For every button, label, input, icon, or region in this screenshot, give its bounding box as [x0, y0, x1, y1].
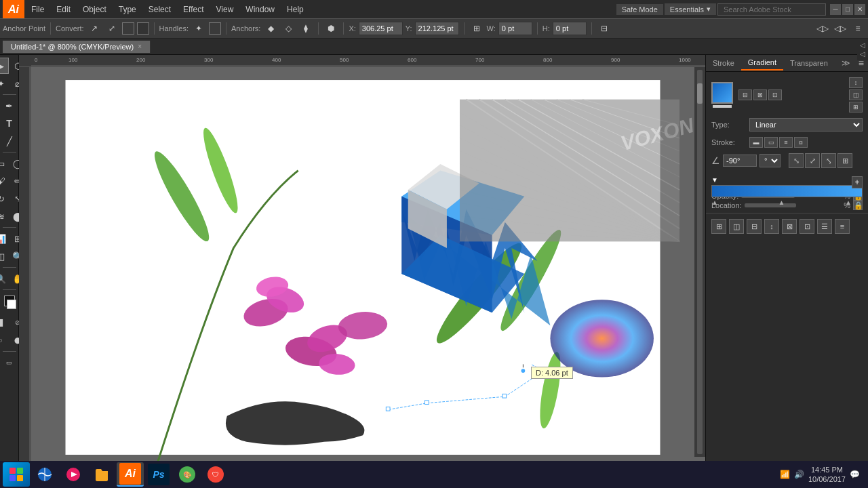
- gradient-end-button[interactable]: +: [852, 176, 863, 188]
- type-tool[interactable]: T: [1, 115, 18, 131]
- panel-collapse-1[interactable]: ◁: [859, 41, 867, 49]
- gradient-more[interactable]: ⊞: [849, 102, 863, 113]
- gradient-fill-swatch[interactable]: [711, 82, 733, 104]
- transform-btn-3[interactable]: ⤣: [821, 153, 836, 168]
- gradient-tool[interactable]: ◫: [0, 248, 9, 264]
- rotate-tool[interactable]: ↻: [0, 190, 9, 207]
- warp-tool[interactable]: ≋: [0, 208, 9, 224]
- rectangle-tool[interactable]: ▭: [0, 155, 9, 171]
- anchors-tool-3[interactable]: ⧫: [298, 21, 313, 36]
- selection-tool[interactable]: ▶: [0, 58, 9, 74]
- document-tab[interactable]: Untitled-1* @ 800% (CMYK/Preview) ×: [3, 41, 151, 53]
- taskbar-color[interactable]: 🎨: [174, 462, 201, 487]
- fill-color[interactable]: █: [0, 314, 9, 331]
- menu-select[interactable]: Select: [143, 3, 176, 16]
- transform-btn-2[interactable]: ⤢: [805, 153, 820, 168]
- type-select[interactable]: Linear Radial: [749, 118, 863, 131]
- convert-tool-1[interactable]: ↗: [87, 21, 102, 36]
- vertical-scrollbar[interactable]: [694, 67, 705, 457]
- bottom-stop-right[interactable]: ▲: [845, 199, 852, 206]
- anchors-tool-2[interactable]: ◇: [281, 21, 296, 36]
- y-input[interactable]: [415, 22, 459, 35]
- bottom-tool-1[interactable]: ⊞: [711, 219, 726, 234]
- start-button[interactable]: [3, 462, 30, 487]
- ps-icon: Ps: [148, 464, 170, 485]
- panel-collapse-2[interactable]: ◁: [859, 50, 867, 58]
- stroke-row: Stroke: ▬ ▭ ≡ ⧈: [711, 137, 863, 148]
- menu-effect[interactable]: Effect: [178, 3, 209, 16]
- menu-file[interactable]: File: [26, 3, 50, 16]
- taskbar-security[interactable]: 🛡: [202, 462, 229, 487]
- stroke-fill-2[interactable]: ▭: [764, 137, 778, 148]
- menu-help[interactable]: Help: [281, 3, 309, 16]
- panel-toggle-right[interactable]: ◁▷: [833, 21, 848, 36]
- restore-button[interactable]: □: [842, 4, 853, 15]
- transform-btn-1[interactable]: ⤡: [789, 153, 804, 168]
- x-input[interactable]: [359, 22, 403, 35]
- bottom-tool-4[interactable]: ↕: [764, 219, 779, 234]
- transparency-tab[interactable]: Transparen: [783, 56, 835, 70]
- stroke-fill-4[interactable]: ⧈: [794, 137, 808, 148]
- panel-menu[interactable]: ≡: [850, 21, 865, 36]
- anchors-tool-1[interactable]: ◆: [263, 21, 278, 36]
- transform-btn-4[interactable]: ⊞: [837, 153, 852, 168]
- pen-tool[interactable]: ✒: [1, 98, 18, 114]
- taskbar-illustrator[interactable]: Ai: [117, 462, 144, 487]
- handles-tool-1[interactable]: ✦: [191, 21, 206, 36]
- taskbar-media[interactable]: [60, 462, 87, 487]
- taskbar-files[interactable]: [88, 462, 115, 487]
- align-tool[interactable]: ⊞: [469, 21, 484, 36]
- bottom-tool-6[interactable]: ⊡: [800, 219, 814, 234]
- search-input[interactable]: [717, 3, 826, 16]
- scroll-thumb-v[interactable]: [697, 83, 703, 104]
- artboard-tool[interactable]: ▭: [1, 354, 18, 371]
- line-tool[interactable]: ╱: [1, 133, 18, 149]
- bottom-tool-5[interactable]: ⊠: [782, 219, 797, 234]
- stroke-align-inside[interactable]: ⊟: [738, 89, 752, 100]
- convert-tool-2[interactable]: ⤢: [104, 21, 119, 36]
- tab-close-button[interactable]: ×: [138, 43, 142, 50]
- expand-icon[interactable]: ≫: [837, 56, 854, 70]
- bottom-stop-left[interactable]: ▲: [711, 199, 718, 206]
- angle-input[interactable]: [723, 155, 757, 167]
- stroke-fill-1[interactable]: ▬: [749, 137, 763, 148]
- bottom-tool-3[interactable]: ⊟: [747, 219, 762, 234]
- bottom-tool-7[interactable]: ☰: [817, 219, 832, 234]
- menu-view[interactable]: View: [211, 3, 239, 16]
- angle-dropdown[interactable]: °: [760, 154, 781, 167]
- taskbar-photoshop[interactable]: Ps: [145, 462, 172, 487]
- background-color[interactable]: [7, 300, 16, 309]
- bottom-tool-8[interactable]: ≡: [835, 219, 850, 234]
- bottom-tool-2[interactable]: ◫: [729, 219, 744, 234]
- canvas-area[interactable]: 0 100 200 300 400 500 600 700 800 900 10…: [19, 55, 705, 468]
- h-input[interactable]: [553, 22, 587, 35]
- gradient-edit[interactable]: ◫: [849, 89, 863, 100]
- bottom-stop-center[interactable]: ▲: [778, 199, 785, 206]
- notification-icon[interactable]: 💬: [850, 470, 860, 479]
- canvas-svg[interactable]: VOXON: [31, 67, 694, 468]
- minimize-button[interactable]: ─: [830, 4, 841, 15]
- column-graph-tool[interactable]: 📊: [0, 230, 9, 247]
- essentials-button[interactable]: Essentials ▾: [665, 3, 716, 15]
- stroke-tab[interactable]: Stroke: [706, 56, 741, 70]
- gradient-tab[interactable]: Gradient: [741, 56, 783, 70]
- paintbrush-tool[interactable]: 🖌: [0, 173, 9, 189]
- menu-edit[interactable]: Edit: [51, 3, 76, 16]
- menu-object[interactable]: Object: [77, 3, 112, 16]
- stroke-align-outside[interactable]: ⊡: [768, 89, 782, 100]
- gradient-bar[interactable]: [711, 185, 863, 197]
- normal-mode[interactable]: ○: [0, 332, 9, 348]
- magic-wand-tool[interactable]: ✦: [0, 75, 9, 92]
- transform-tool[interactable]: ⬢: [323, 21, 338, 36]
- panel-toggle-left[interactable]: ◁▷: [815, 21, 830, 36]
- zoom-tool[interactable]: 🔍: [0, 270, 9, 287]
- menu-window[interactable]: Window: [240, 3, 280, 16]
- stroke-fill-3[interactable]: ≡: [779, 137, 793, 148]
- stroke-align-center[interactable]: ⊠: [753, 89, 767, 100]
- measure-tool[interactable]: ⊟: [597, 21, 612, 36]
- gradient-reverse[interactable]: ↕: [849, 77, 863, 88]
- menu-type[interactable]: Type: [113, 3, 142, 16]
- taskbar-browser[interactable]: [31, 462, 58, 487]
- w-input[interactable]: [498, 22, 532, 35]
- close-button[interactable]: ✕: [854, 4, 865, 15]
